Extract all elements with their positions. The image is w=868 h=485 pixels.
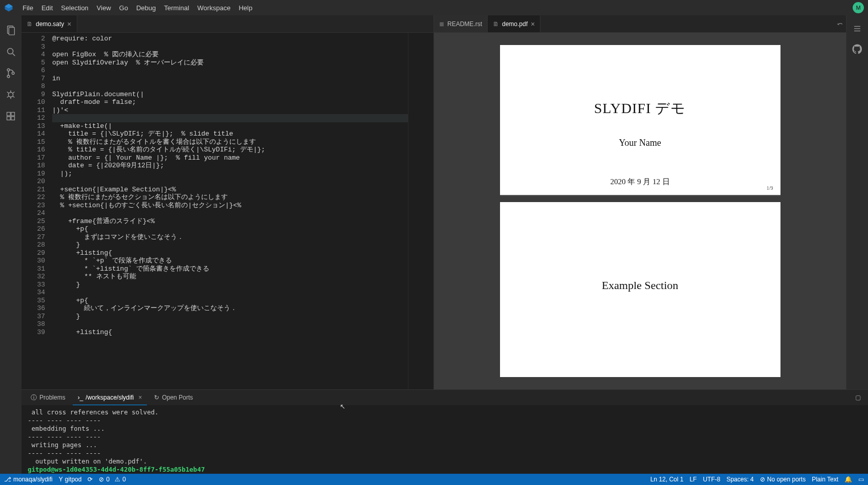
svg-line-14 — [7, 96, 9, 98]
pdf-page-2: Example Section — [500, 202, 780, 377]
status-bar: ⎇ monaqa/slydifi Y gitpod ⟳ ⊘0 ⚠0 Ln 12,… — [0, 474, 868, 485]
file-icon: ≣ — [439, 20, 444, 28]
svg-rect-3 — [9, 28, 14, 35]
editor-tabbar-left: 🗎 demo.saty × — [21, 15, 433, 33]
explorer-icon[interactable] — [0, 19, 21, 41]
menu-items: FileEditSelectionViewGoDebugTerminalWork… — [18, 4, 256, 12]
status-branch-label: gitpod — [65, 476, 82, 483]
app-logo — [4, 3, 13, 12]
pdf-title: SLYDIFI デモ — [500, 99, 780, 118]
panel-tab-ports[interactable]: ↻ Open Ports — [149, 390, 198, 405]
branch-icon: Y — [59, 476, 63, 483]
layout-icon: ▭ — [858, 476, 864, 483]
status-repo[interactable]: ⎇ monaqa/slydifi — [4, 476, 53, 483]
code-area[interactable]: @require: coloropen FigBox % 図の挿入に必要open… — [52, 33, 408, 389]
menu-debug[interactable]: Debug — [132, 4, 160, 12]
pdf-preview[interactable]: SLYDIFI デモ Your Name 2020 年 9 月 12 日 1/9… — [434, 33, 846, 389]
bottom-panel: ⓘ Problems ›_ /workspace/slydifi × ↻ Ope… — [21, 389, 868, 474]
status-ports[interactable]: ⊘No open ports — [760, 476, 806, 483]
minimap[interactable] — [408, 33, 433, 389]
pdf-page-number: 1/9 — [767, 185, 773, 191]
menu-workspace[interactable]: Workspace — [193, 4, 235, 12]
status-branch[interactable]: Y gitpod — [59, 476, 82, 483]
panel-tab-label: Open Ports — [162, 394, 193, 401]
file-icon: 🗎 — [493, 20, 499, 28]
status-lncol[interactable]: Ln 12, Col 1 — [650, 476, 684, 483]
panel-tab-label: /workspace/slydifi — [85, 394, 134, 401]
terminal-icon: ›_ — [78, 394, 83, 401]
menu-view[interactable]: View — [93, 4, 115, 12]
line-gutter: 2345678910111213141516171819202122232425… — [21, 33, 52, 389]
tab-label: demo.saty — [36, 20, 64, 28]
sync-icon: ⟳ — [88, 476, 93, 483]
menu-terminal[interactable]: Terminal — [160, 4, 193, 12]
warning-icon: ⚠ — [115, 476, 120, 483]
menu-edit[interactable]: Edit — [37, 4, 57, 12]
menu-selection[interactable]: Selection — [57, 4, 92, 12]
menu-file[interactable]: File — [18, 4, 37, 12]
outline-icon[interactable] — [847, 18, 868, 39]
panel-tab-problems[interactable]: ⓘ Problems — [26, 390, 71, 405]
editor-tabbar-right: ≣ README.rst 🗎 demo.pdf × ⤺ — [434, 15, 846, 33]
panel-tabs: ⓘ Problems ›_ /workspace/slydifi × ↻ Ope… — [21, 390, 868, 405]
svg-line-13 — [13, 92, 15, 94]
github-icon: ⎇ — [4, 476, 11, 483]
svg-point-9 — [8, 92, 13, 97]
info-icon: ⓘ — [31, 393, 37, 402]
panel-tab-terminal[interactable]: ›_ /workspace/slydifi × — [73, 390, 147, 405]
svg-line-5 — [13, 54, 15, 56]
tab-label: demo.pdf — [502, 20, 528, 28]
status-problems[interactable]: ⊘0 ⚠0 — [99, 476, 125, 483]
extensions-icon[interactable] — [0, 105, 21, 127]
pdf-author: Your Name — [500, 138, 780, 148]
svg-line-15 — [13, 96, 15, 98]
user-avatar[interactable]: M — [853, 2, 864, 13]
tab-demo-saty[interactable]: 🗎 demo.saty × — [21, 15, 77, 32]
activity-bar — [0, 15, 21, 474]
svg-line-12 — [7, 92, 9, 94]
svg-point-8 — [12, 72, 14, 75]
debug-icon[interactable] — [0, 84, 21, 105]
status-warnings: 0 — [122, 476, 126, 483]
menu-go[interactable]: Go — [115, 4, 132, 12]
editor-body[interactable]: 2345678910111213141516171819202122232425… — [21, 33, 433, 389]
status-encoding[interactable]: UTF-8 — [703, 476, 720, 483]
status-repo-label: monaqa/slydifi — [13, 476, 53, 483]
svg-point-7 — [7, 75, 10, 78]
sync-icon: ↻ — [154, 394, 159, 401]
svg-rect-19 — [11, 117, 15, 120]
status-errors: 0 — [106, 476, 110, 483]
error-icon: ⊘ — [99, 476, 104, 483]
close-icon[interactable]: × — [531, 20, 535, 28]
panel-maximize-icon[interactable]: ▢ — [852, 394, 864, 401]
bell-icon: 🔔 — [844, 476, 852, 483]
svg-rect-17 — [11, 113, 15, 116]
file-icon: 🗎 — [27, 20, 33, 28]
tab-demo-pdf[interactable]: 🗎 demo.pdf × — [488, 15, 540, 32]
search-icon[interactable] — [0, 41, 21, 62]
source-control-icon[interactable] — [0, 62, 21, 84]
status-language[interactable]: Plain Text — [812, 476, 838, 483]
tab-readme[interactable]: ≣ README.rst — [434, 15, 488, 32]
ports-icon: ⊘ — [760, 476, 765, 483]
panel-tab-label: Problems — [39, 394, 66, 401]
tab-label: README.rst — [447, 20, 482, 28]
status-layout[interactable]: ▭ — [858, 476, 864, 483]
menubar: FileEditSelectionViewGoDebugTerminalWork… — [0, 0, 868, 15]
terminal-body[interactable]: all cross references were solved. ---- -… — [21, 405, 868, 474]
status-lf[interactable]: LF — [689, 476, 697, 483]
svg-point-4 — [8, 49, 13, 54]
close-icon[interactable]: × — [138, 394, 142, 401]
status-sync[interactable]: ⟳ — [88, 476, 93, 483]
close-icon[interactable]: × — [67, 20, 71, 28]
menu-help[interactable]: Help — [234, 4, 256, 12]
pdf-page-1: SLYDIFI デモ Your Name 2020 年 9 月 12 日 1/9 — [500, 45, 780, 196]
pdf-section-title: Example Section — [500, 279, 780, 292]
github-icon[interactable] — [847, 39, 868, 59]
revert-icon[interactable]: ⤺ — [837, 20, 843, 28]
pdf-date: 2020 年 9 月 12 日 — [500, 177, 780, 187]
status-bell[interactable]: 🔔 — [844, 476, 852, 483]
svg-rect-18 — [7, 117, 11, 120]
status-spaces[interactable]: Spaces: 4 — [726, 476, 753, 483]
svg-rect-16 — [7, 113, 11, 116]
